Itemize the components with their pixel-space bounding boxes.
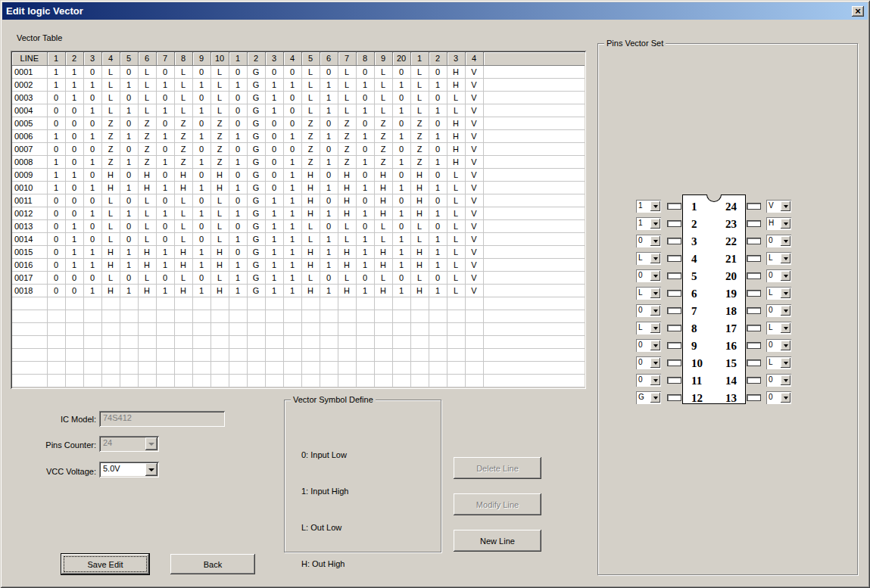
combo-arrow-button[interactable] [781,201,790,211]
vector-cell: L [338,91,356,104]
combo-arrow-button[interactable] [781,254,790,263]
close-button[interactable]: × [852,6,864,17]
vector-cell: 1 [229,207,247,219]
combo-arrow-button[interactable] [781,219,790,229]
vector-cell: L [138,232,156,245]
empty-cell [47,310,65,322]
combo-arrow-button[interactable] [650,254,660,263]
pin-value-combo[interactable]: 0 [766,339,791,352]
back-button[interactable]: Back [170,554,255,574]
combo-arrow-button[interactable] [650,306,660,316]
table-row[interactable]: 0006101Z1Z1Z1Z1G01Z1Z1Z1Z1HV [12,129,585,142]
pin-value-combo[interactable]: G [636,391,661,404]
pin-value-combo[interactable]: 1 [636,217,661,230]
vector-cell: H [447,117,465,129]
pin-value-combo[interactable]: 0 [636,269,661,282]
combo-arrow-button[interactable] [650,393,660,403]
table-row[interactable]: 0018001H1H1H1H1G11H1H1H1H1LV [12,284,585,297]
line-number-cell: 0007 [12,142,47,155]
empty-cell [247,348,265,361]
pin-value-combo[interactable]: 0 [636,304,661,317]
pin-value-combo[interactable]: 0 [766,269,791,282]
pin-value-combo[interactable]: 0 [636,339,661,352]
table-row[interactable]: 0011000L0L0L0L0G11H0H0H0H0LV [12,194,585,207]
vector-cell: 1 [229,232,247,245]
pin-value-combo[interactable]: L [636,252,661,265]
table-row[interactable]: 0010101H1H1H1H1G01H1H1H1H1LV [12,181,585,194]
pin-value-combo[interactable]: L [636,322,661,334]
pin-value-combo[interactable]: H [766,217,791,230]
combo-arrow-button[interactable] [781,288,790,298]
vector-cell: 1 [120,155,138,168]
titlebar[interactable]: Edit logic Vector × [2,2,868,20]
combo-arrow-button[interactable] [650,236,660,246]
pin-value-combo[interactable]: V [766,200,791,213]
combo-arrow-button[interactable] [781,375,790,385]
pin-value-combo[interactable]: L [766,287,791,300]
combo-arrow-button[interactable] [650,219,660,229]
pin-value-combo[interactable]: 0 [636,356,661,369]
combo-arrow-button[interactable] [781,306,790,316]
empty-cell [101,335,120,348]
chip-pin-number: 11 [691,372,703,390]
pin-value-combo[interactable]: L [766,322,791,334]
table-row[interactable]: 0015011H1H1H1H0G11H1H1H1H1LV [12,245,585,258]
pin-value-combo[interactable]: L [636,287,661,300]
table-row[interactable]: 0002111L1L1L1L1G11L1L1L1L1HV [12,78,585,91]
chip-pin-stub [747,394,761,401]
pin-value-combo[interactable]: 0 [636,374,661,387]
table-row[interactable]: 0014010L0L0L0L1G11L1L1L1L1LV [12,232,585,245]
new-line-button[interactable]: New Line [454,530,541,552]
vector-table[interactable]: LINE12345678910123456789201234 0001110L0… [12,52,585,387]
empty-row [12,361,585,374]
save-edit-button[interactable]: Save Edit [61,554,149,574]
combo-arrow-button[interactable] [781,323,790,333]
vector-cell: Z [210,155,229,168]
combo-arrow-button[interactable] [781,236,790,246]
pin-value-combo[interactable]: 0 [766,304,791,317]
table-row[interactable]: 0003010L0L0L0L0G10L1L0L0L0LV [12,91,585,104]
table-row[interactable]: 0005000Z0Z0Z0Z0G00Z0Z0Z0Z0HV [12,117,585,129]
vector-cell: Z [338,117,356,129]
pin-value-combo[interactable]: 0 [766,235,791,247]
table-row[interactable]: 0016011H1H1H1H1G11H1H1H1H1LV [12,258,585,271]
combo-arrow-button[interactable] [650,375,660,385]
combo-arrow-button[interactable] [650,288,660,298]
table-row[interactable]: 0001110L0L0L0L0G00L0L0L0L0HV [12,65,585,78]
combo-arrow-button[interactable] [650,358,660,368]
vector-cell: 0 [65,129,83,142]
pin-value-combo[interactable]: 0 [636,235,661,247]
combo-arrow-button[interactable] [781,358,790,368]
empty-cell [392,310,410,322]
pin-value-combo[interactable]: L [766,252,791,265]
table-row[interactable]: 0017000L0L0L0L1G11L0L0L0L0LV [12,271,585,284]
combo-arrow-button[interactable] [781,393,790,403]
chip-pin-number: 20 [725,268,737,285]
pin-value-combo[interactable]: L [766,356,791,369]
combo-arrow-button[interactable] [650,201,660,211]
table-row[interactable]: 0013010L0L0L0L0G11L0L0L0L0LV [12,219,585,232]
table-row[interactable]: 0012001L1L1L1L1G11H1H1H1H1LV [12,207,585,219]
combo-arrow-button[interactable] [650,271,660,281]
table-row[interactable]: 0004001L1L1L1L0G10L1L1L1L1LV [12,104,585,117]
pin-value-combo[interactable]: 1 [636,200,661,213]
empty-cell [320,335,338,348]
vector-cell: 1 [283,155,301,168]
vector-cell: H [301,207,320,219]
combo-arrow-button[interactable] [145,463,157,476]
vcc-voltage-combo[interactable]: 5.0V [99,462,159,478]
chevron-down-icon [653,257,658,263]
vector-cell: 0 [47,232,65,245]
pin-value-combo[interactable]: 0 [766,374,791,387]
table-row[interactable]: 0008101Z1Z1Z1Z1G01Z1Z1Z1Z1HV [12,155,585,168]
table-row[interactable]: 0007000Z0Z0Z0Z0G00Z0Z0Z0Z0HV [12,142,585,155]
combo-arrow-button[interactable] [650,323,660,333]
combo-arrow-button[interactable] [650,341,660,350]
table-row[interactable]: 0009110H0H0H0H0G01H0H0H0H0LV [12,168,585,181]
pin-value-combo[interactable]: 0 [766,391,791,404]
combo-arrow-button[interactable] [781,271,790,281]
combo-arrow-button[interactable] [781,341,790,350]
vector-cell: 1 [83,104,101,117]
vector-cell: L [447,219,465,232]
vector-table-container[interactable]: LINE12345678910123456789201234 0001110L0… [11,51,586,389]
